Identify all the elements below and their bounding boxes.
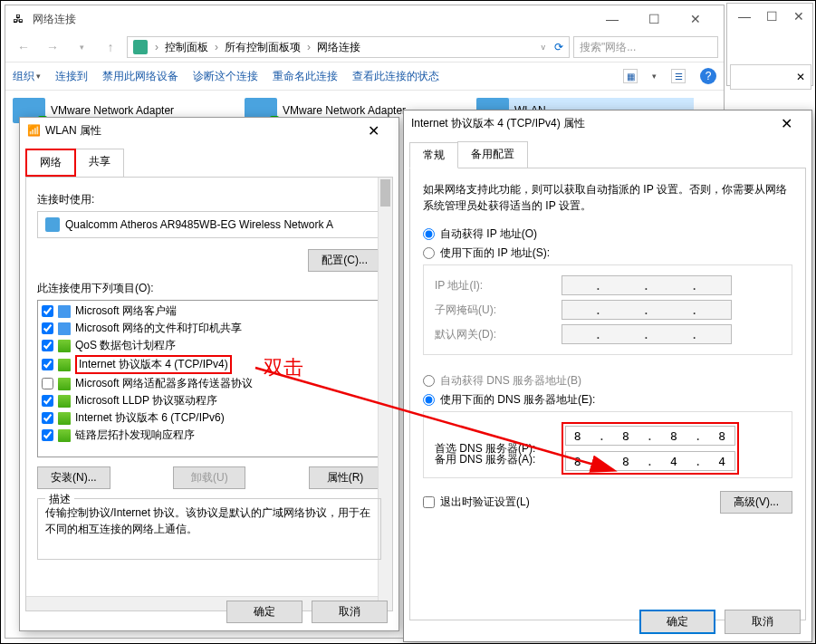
crumb-1[interactable]: 所有控制面板项 bbox=[222, 40, 303, 55]
tb-diagnose[interactable]: 诊断这个连接 bbox=[193, 69, 258, 84]
bg-tab[interactable]: ✕ bbox=[730, 64, 811, 90]
install-button[interactable]: 安装(N)... bbox=[37, 466, 110, 489]
tab-network[interactable]: 网络 bbox=[25, 149, 76, 177]
protocol-item[interactable]: QoS 数据包计划程序 bbox=[40, 337, 379, 354]
nav-bar: ← → ▾ ↑ › 控制面板 › 所有控制面板项 › 网络连接 v ⟳ 搜索"网… bbox=[5, 33, 724, 62]
window-title: 网络连接 bbox=[33, 12, 591, 27]
protocol-checkbox[interactable] bbox=[42, 322, 53, 334]
minimize-button[interactable]: — bbox=[591, 5, 633, 33]
help-icon[interactable]: ? bbox=[700, 68, 716, 84]
tb-connect[interactable]: 连接到 bbox=[55, 69, 88, 84]
ok-button[interactable]: 确定 bbox=[639, 610, 715, 634]
protocol-label: 链路层拓扑发现响应程序 bbox=[75, 428, 195, 443]
protocol-icon bbox=[58, 359, 71, 371]
radio-auto-ip[interactable] bbox=[423, 228, 435, 240]
scrollbar[interactable] bbox=[378, 300, 381, 457]
adapter-hw-icon bbox=[45, 217, 60, 232]
protocol-item[interactable]: Internet 协议版本 6 (TCP/IPv6) bbox=[40, 409, 379, 427]
protocol-checkbox[interactable] bbox=[42, 429, 53, 441]
nav-forward-icon[interactable]: → bbox=[40, 36, 65, 58]
control-panel-icon bbox=[133, 40, 148, 54]
dialog-close-button[interactable]: ✕ bbox=[768, 115, 804, 132]
close-icon[interactable]: ✕ bbox=[796, 71, 805, 83]
nav-dropdown-icon[interactable]: ▾ bbox=[69, 36, 94, 58]
description-group: 描述 传输控制协议/Internet 协议。该协议是默认的广域网络协议，用于在不… bbox=[37, 498, 381, 560]
tb-status[interactable]: 查看此连接的状态 bbox=[352, 69, 439, 84]
protocol-label: Internet 协议版本 6 (TCP/IPv6) bbox=[75, 410, 225, 426]
radio-auto-dns[interactable] bbox=[423, 375, 435, 387]
crumb-0[interactable]: 控制面板 bbox=[162, 40, 211, 55]
protocol-item[interactable]: Microsoft 网络适配器多路传送器协议 bbox=[40, 375, 379, 392]
mask-label: 子网掩码(U): bbox=[435, 303, 552, 318]
toolbar: 组织▾ 连接到 禁用此网络设备 诊断这个连接 重命名此连接 查看此连接的状态 ▦… bbox=[5, 62, 724, 91]
bg-close-button[interactable]: ✕ bbox=[785, 4, 812, 29]
titlebar: 🖧 网络连接 — ☐ ✕ bbox=[5, 5, 724, 33]
cancel-button[interactable]: 取消 bbox=[312, 601, 388, 623]
tb-rename[interactable]: 重命名此连接 bbox=[273, 69, 338, 84]
dns2-input[interactable]: 8.8.4.4 bbox=[565, 451, 735, 471]
nav-up-icon[interactable]: ↑ bbox=[98, 36, 123, 58]
gw-input: . . . bbox=[562, 324, 732, 344]
description-text: 传输控制协议/Internet 协议。该协议是默认的广域网络协议，用于在不同的相… bbox=[45, 505, 373, 537]
protocol-icon bbox=[58, 412, 71, 425]
protocol-item[interactable]: Internet 协议版本 4 (TCP/IPv4) bbox=[40, 354, 379, 375]
details-icon[interactable]: ☰ bbox=[671, 69, 686, 83]
protocol-item[interactable]: Microsoft 网络的文件和打印机共享 bbox=[40, 320, 379, 337]
ok-button[interactable]: 确定 bbox=[226, 601, 302, 623]
protocol-checkbox[interactable] bbox=[42, 305, 53, 317]
dialog-title: Internet 协议版本 4 (TCP/IPv4) 属性 bbox=[411, 116, 768, 131]
app-icon: 🖧 bbox=[13, 12, 27, 26]
dialog-title: WLAN 属性 bbox=[45, 123, 355, 139]
uninstall-button: 卸载(U) bbox=[173, 466, 245, 489]
nav-back-icon[interactable]: ← bbox=[11, 36, 36, 58]
maximize-button[interactable]: ☐ bbox=[633, 5, 675, 33]
dialog-titlebar: 📶 WLAN 属性 ✕ bbox=[20, 118, 398, 143]
mask-input: . . . bbox=[562, 300, 732, 320]
crumb-2[interactable]: 网络连接 bbox=[314, 40, 363, 55]
close-button[interactable]: ✕ bbox=[675, 5, 716, 33]
protocol-label: Microsoft 网络的文件和打印机共享 bbox=[75, 321, 242, 336]
protocol-checkbox[interactable] bbox=[42, 412, 53, 424]
tab-share[interactable]: 共享 bbox=[75, 149, 124, 177]
properties-button[interactable]: 属性(R) bbox=[309, 466, 381, 489]
search-input[interactable]: 搜索"网络... bbox=[573, 36, 718, 58]
protocol-list[interactable]: Microsoft 网络客户端Microsoft 网络的文件和打印机共享QoS … bbox=[37, 300, 381, 457]
radio-manual-ip[interactable] bbox=[423, 247, 435, 259]
bg-maximize-button[interactable]: ☐ bbox=[758, 4, 785, 29]
protocol-checkbox[interactable] bbox=[42, 378, 53, 389]
tab-pane-general: 如果网络支持此功能，则可以获取自动指派的 IP 设置。否则，你需要从网络系统管理… bbox=[409, 168, 806, 620]
tb-disable[interactable]: 禁用此网络设备 bbox=[102, 69, 178, 84]
dns1-input[interactable]: 8.8.8.8 bbox=[565, 426, 735, 446]
cancel-button[interactable]: 取消 bbox=[725, 610, 801, 634]
bg-minimize-button[interactable]: — bbox=[731, 4, 758, 29]
tab-alternate[interactable]: 备用配置 bbox=[457, 141, 528, 168]
dialog-close-button[interactable]: ✕ bbox=[355, 122, 391, 139]
protocol-label: Microsoft LLDP 协议驱动程序 bbox=[75, 393, 217, 409]
view-icon[interactable]: ▦ bbox=[623, 69, 638, 83]
ip-section: 自动获得 IP 地址(O) 使用下面的 IP 地址(S): IP 地址(I): … bbox=[423, 226, 792, 364]
ip-input: . . . bbox=[562, 275, 732, 295]
refresh-icon[interactable]: ⟳ bbox=[554, 41, 563, 53]
breadcrumb[interactable]: › 控制面板 › 所有控制面板项 › 网络连接 v ⟳ bbox=[127, 36, 570, 58]
description-legend: 描述 bbox=[45, 492, 74, 507]
protocol-checkbox[interactable] bbox=[42, 340, 53, 351]
advanced-button[interactable]: 高级(V)... bbox=[720, 491, 792, 514]
validate-checkbox[interactable] bbox=[423, 496, 435, 508]
radio-manual-dns-label: 使用下面的 DNS 服务器地址(E): bbox=[440, 392, 595, 408]
tab-general[interactable]: 常规 bbox=[409, 142, 458, 168]
tb-organize[interactable]: 组织▾ bbox=[13, 69, 41, 84]
protocol-icon bbox=[58, 395, 71, 408]
protocol-item[interactable]: 链路层拓扑发现响应程序 bbox=[40, 427, 379, 444]
protocol-checkbox[interactable] bbox=[42, 359, 53, 370]
protocol-item[interactable]: Microsoft 网络客户端 bbox=[40, 303, 379, 320]
protocol-item[interactable]: Microsoft LLDP 协议驱动程序 bbox=[40, 392, 379, 409]
protocol-label: Microsoft 网络客户端 bbox=[75, 303, 177, 319]
protocol-checkbox[interactable] bbox=[42, 395, 53, 407]
configure-button[interactable]: 配置(C)... bbox=[308, 249, 381, 272]
radio-manual-dns[interactable] bbox=[423, 394, 435, 406]
chevron-down-icon[interactable]: v bbox=[542, 43, 546, 52]
chevron-right-icon: › bbox=[307, 41, 311, 53]
ip-label: IP 地址(I): bbox=[435, 278, 552, 293]
dialog-titlebar: Internet 协议版本 4 (TCP/IPv4) 属性 ✕ bbox=[404, 111, 811, 136]
view-dropdown-icon[interactable]: ▾ bbox=[652, 72, 657, 81]
